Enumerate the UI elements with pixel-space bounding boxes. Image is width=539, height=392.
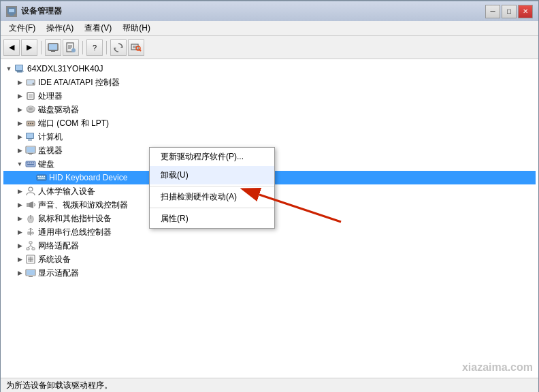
svg-rect-6	[51, 51, 55, 52]
svg-rect-75	[27, 248, 29, 250]
cpu-expand-icon[interactable]: ▶	[14, 91, 25, 101]
svg-rect-53	[31, 163, 32, 164]
svg-rect-86	[29, 276, 33, 277]
svg-rect-49	[28, 153, 33, 154]
ctx-update-driver[interactable]: 更新驱动程序软件(P)...	[150, 148, 274, 166]
network-label: 网络适配器	[38, 240, 79, 252]
root-computer-icon	[14, 63, 25, 74]
hid-label: 人体学输入设备	[38, 186, 95, 197]
computer-label: 计算机	[38, 131, 63, 143]
svg-rect-55	[27, 164, 34, 165]
svg-point-38	[29, 108, 33, 110]
svg-rect-57	[37, 176, 39, 178]
svg-rect-60	[44, 176, 45, 178]
properties-button[interactable]	[63, 39, 79, 56]
svg-rect-2	[10, 14, 14, 16]
ctx-properties[interactable]: 属性(R)	[150, 210, 274, 228]
ctx-uninstall[interactable]: 卸载(U)	[150, 166, 274, 184]
system-expand-icon[interactable]: ▶	[14, 254, 25, 265]
svg-rect-28	[29, 94, 33, 98]
audio-expand-icon[interactable]: ▶	[14, 199, 25, 210]
menu-bar: 文件(F) 操作(A) 查看(V) 帮助(H)	[1, 21, 538, 36]
svg-rect-51	[27, 163, 28, 164]
ctx-separator-2	[150, 208, 274, 208]
svg-rect-23	[16, 71, 24, 71]
svg-point-42	[32, 123, 33, 125]
minimize-button[interactable]: ─	[485, 5, 500, 18]
svg-rect-1	[9, 9, 14, 12]
disk-icon	[25, 104, 36, 115]
ide-label: IDE ATA/ATAPI 控制器	[38, 77, 120, 88]
computer2-icon	[25, 131, 36, 142]
ctx-scan[interactable]: 扫描检测硬件改动(A)	[150, 188, 274, 206]
tree-root[interactable]: ▼ 64XDXL31YOHK40J	[3, 62, 536, 76]
system-label: 系统设备	[38, 254, 71, 265]
svg-marker-13	[120, 46, 122, 48]
root-expand-icon[interactable]: ▼	[3, 63, 14, 74]
scan-button[interactable]	[128, 39, 144, 56]
menu-file[interactable]: 文件(F)	[3, 21, 41, 35]
computer-expand-icon[interactable]: ▶	[14, 131, 25, 142]
port-expand-icon[interactable]: ▶	[14, 118, 25, 129]
tree-item-display[interactable]: ▶ 显示适配器	[3, 266, 536, 280]
svg-point-40	[28, 123, 29, 125]
svg-rect-76	[32, 248, 35, 250]
help-button[interactable]: ?	[86, 39, 103, 56]
ide-icon	[25, 77, 36, 88]
window-title: 设备管理器	[21, 5, 485, 17]
tree-item-computer[interactable]: ▶ 计算机	[3, 130, 536, 144]
network-expand-icon[interactable]: ▶	[14, 240, 25, 251]
restore-button[interactable]: □	[502, 5, 517, 18]
toolbar: ◀ ▶ ?	[1, 36, 538, 59]
tree-item-disk[interactable]: ▶ 磁盘驱动器	[3, 103, 536, 116]
svg-rect-22	[17, 71, 22, 73]
tree-item-port[interactable]: ▶ 端口 (COM 和 LPT)	[3, 116, 536, 130]
keyboard-expand-icon[interactable]: ▼	[14, 159, 25, 169]
usb-label: 通用串行总线控制器	[38, 227, 112, 238]
ctx-separator-1	[150, 186, 274, 186]
port-label: 端口 (COM 和 LPT)	[38, 118, 109, 129]
audio-icon	[25, 199, 36, 210]
title-bar: 设备管理器 ─ □ ✕	[1, 1, 538, 21]
display-icon	[25, 267, 36, 278]
usb-icon	[25, 227, 36, 238]
tree-item-cpu[interactable]: ▶ 处理器	[3, 89, 536, 103]
cpu-icon	[25, 91, 36, 101]
network-icon	[25, 240, 36, 251]
mouse-icon	[25, 213, 36, 224]
toolbar-separator-1	[41, 41, 42, 54]
menu-view[interactable]: 查看(V)	[79, 21, 117, 35]
svg-rect-45	[28, 140, 32, 141]
menu-help[interactable]: 帮助(H)	[117, 21, 156, 35]
display-expand-icon[interactable]: ▶	[14, 267, 25, 278]
keyboard-label: 键盘	[38, 159, 54, 170]
device-manager-window: 设备管理器 ─ □ ✕ 文件(F) 操作(A) 查看(V) 帮助(H) ◀ ▶	[0, 0, 539, 392]
svg-point-62	[29, 187, 33, 191]
back-button[interactable]: ◀	[3, 39, 20, 56]
svg-point-12	[71, 48, 76, 52]
tree-item-system[interactable]: ▶ 系统设备	[3, 252, 536, 266]
svg-rect-74	[29, 242, 32, 244]
svg-line-78	[28, 246, 31, 248]
status-text: 为所选设备卸载该驱动程序。	[6, 380, 112, 391]
monitor-icon	[25, 145, 36, 156]
svg-point-26	[33, 83, 35, 85]
monitor-expand-icon[interactable]: ▶	[14, 145, 25, 156]
disk-expand-icon[interactable]: ▶	[14, 104, 25, 115]
svg-marker-14	[114, 48, 116, 50]
usb-expand-icon[interactable]: ▶	[14, 227, 25, 238]
svg-rect-3	[8, 14, 15, 14]
computer-button[interactable]	[45, 39, 61, 56]
mouse-label: 鼠标和其他指针设备	[38, 213, 112, 225]
menu-action[interactable]: 操作(A)	[41, 21, 79, 35]
hid2-icon	[25, 186, 36, 197]
mouse-expand-icon[interactable]: ▶	[14, 213, 25, 224]
close-button[interactable]: ✕	[518, 5, 533, 18]
refresh-button[interactable]	[110, 39, 127, 56]
tree-item-network[interactable]: ▶ 网络适配器	[3, 239, 536, 252]
title-buttons: ─ □ ✕	[485, 5, 533, 18]
forward-button[interactable]: ▶	[21, 39, 37, 56]
tree-item-ide[interactable]: ▶ IDE ATA/ATAPI 控制器	[3, 76, 536, 89]
ide-expand-icon[interactable]: ▶	[14, 77, 25, 88]
hid-expand2-icon[interactable]: ▶	[14, 186, 25, 197]
